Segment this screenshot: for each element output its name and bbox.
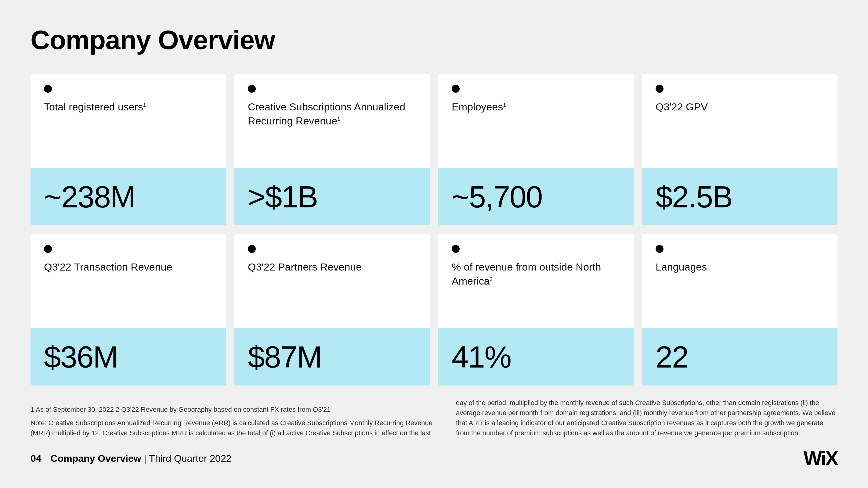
footer: 1 As of September 30, 2022 2 Q3'22 Reven… <box>31 398 837 438</box>
card-value-box-q3-gpv: $2.5B <box>642 168 837 225</box>
bottom-bar: 04 Company Overview | Third Quarter 2022… <box>31 447 837 470</box>
card-value-box-revenue-outside-north-america: 41% <box>438 328 633 386</box>
card-value-employees: ~5,700 <box>452 182 542 212</box>
card-creative-subscriptions-arr: Creative Subscriptions Annualized Recurr… <box>235 74 430 225</box>
footnote-line2: Note: Creative Subscriptions Annualized … <box>31 418 442 438</box>
card-languages: Languages 22 <box>642 234 837 386</box>
page-number: 04 <box>31 453 41 464</box>
card-top-employees: Employees1 <box>438 74 633 168</box>
card-label-q3-partners-revenue: Q3'22 Partners Revenue <box>248 260 416 274</box>
card-top-total-registered-users: Total registered users1 <box>31 74 226 168</box>
bottom-left: 04 Company Overview | Third Quarter 2022 <box>31 453 231 464</box>
card-top-creative-subscriptions-arr: Creative Subscriptions Annualized Recurr… <box>235 74 430 168</box>
card-value-q3-partners-revenue: $87M <box>248 341 322 372</box>
footer-left: 1 As of September 30, 2022 2 Q3'22 Reven… <box>31 405 442 438</box>
card-dot-q3-transaction-revenue <box>44 245 52 253</box>
card-employees: Employees1 ~5,700 <box>438 74 633 225</box>
card-top-languages: Languages <box>642 234 837 328</box>
card-dot-employees <box>452 85 460 93</box>
footer-right: day of the period, multiplied by the mon… <box>456 398 837 438</box>
card-top-revenue-outside-north-america: % of revenue from outside North America2 <box>438 234 633 328</box>
card-top-q3-partners-revenue: Q3'22 Partners Revenue <box>235 234 430 328</box>
footnote-right: day of the period, multiplied by the mon… <box>456 398 837 438</box>
card-revenue-outside-north-america: % of revenue from outside North America2… <box>438 234 633 386</box>
card-label-q3-gpv: Q3'22 GPV <box>656 100 824 114</box>
card-value-box-employees: ~5,700 <box>438 168 633 225</box>
card-dot-q3-gpv <box>656 85 663 93</box>
card-value-q3-transaction-revenue: $36M <box>44 341 118 372</box>
card-top-q3-gpv: Q3'22 GPV <box>642 74 837 168</box>
bottom-title: Company Overview | Third Quarter 2022 <box>51 453 231 464</box>
card-total-registered-users: Total registered users1 ~238M <box>31 74 226 225</box>
metrics-grid: Total registered users1 ~238M Creative S… <box>31 74 837 386</box>
card-dot-languages <box>656 245 663 253</box>
card-q3-transaction-revenue: Q3'22 Transaction Revenue $36M <box>31 234 226 386</box>
page: Company Overview Total registered users1… <box>0 0 868 488</box>
card-value-q3-gpv: $2.5B <box>656 182 732 212</box>
card-value-box-total-registered-users: ~238M <box>31 168 226 225</box>
card-value-creative-subscriptions-arr: >$1B <box>248 182 317 212</box>
card-q3-partners-revenue: Q3'22 Partners Revenue $87M <box>235 234 430 386</box>
card-dot-creative-subscriptions-arr <box>248 85 256 93</box>
card-dot-q3-partners-revenue <box>248 245 256 253</box>
card-value-box-languages: 22 <box>642 328 837 386</box>
card-q3-gpv: Q3'22 GPV $2.5B <box>642 74 837 225</box>
card-value-box-q3-transaction-revenue: $36M <box>31 328 226 386</box>
card-value-revenue-outside-north-america: 41% <box>452 341 511 372</box>
card-dot-total-registered-users <box>44 85 52 93</box>
card-label-creative-subscriptions-arr: Creative Subscriptions Annualized Recurr… <box>248 100 416 128</box>
card-value-total-registered-users: ~238M <box>44 182 135 212</box>
card-value-box-q3-partners-revenue: $87M <box>235 328 430 386</box>
page-title: Company Overview <box>31 24 837 56</box>
card-top-q3-transaction-revenue: Q3'22 Transaction Revenue <box>31 234 226 328</box>
card-value-languages: 22 <box>656 341 688 372</box>
bottom-title-pipe: | <box>141 453 149 464</box>
footnote-line1: 1 As of September 30, 2022 2 Q3'22 Reven… <box>31 405 442 414</box>
card-label-employees: Employees1 <box>452 100 620 114</box>
wix-logo: WiX <box>804 447 837 470</box>
card-value-box-creative-subscriptions-arr: >$1B <box>235 168 430 225</box>
card-dot-revenue-outside-north-america <box>452 245 460 253</box>
bottom-title-rest: Third Quarter 2022 <box>149 453 231 464</box>
card-label-revenue-outside-north-america: % of revenue from outside North America2 <box>452 260 620 288</box>
card-label-q3-transaction-revenue: Q3'22 Transaction Revenue <box>44 260 212 274</box>
card-label-languages: Languages <box>656 260 824 274</box>
bottom-title-bold: Company Overview <box>51 453 141 464</box>
card-label-total-registered-users: Total registered users1 <box>44 100 212 114</box>
